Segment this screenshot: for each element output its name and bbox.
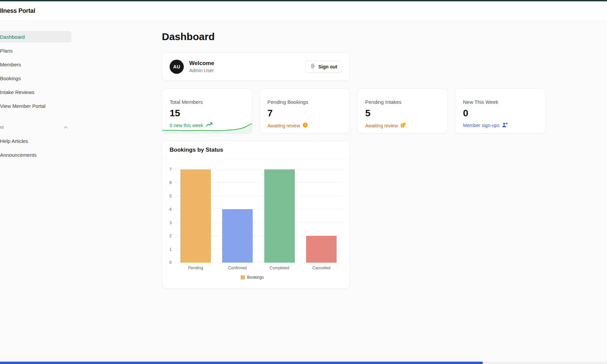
welcome-text: Welcome Admin User (189, 60, 305, 73)
sign-out-button[interactable]: Sign out (305, 61, 342, 73)
documents-icon (400, 122, 406, 129)
sidebar-item-announcements[interactable]: Announcements (0, 148, 71, 162)
x-tick-label: Pending (175, 266, 216, 270)
page-title: Dashboard (162, 31, 546, 42)
bar-slot (175, 170, 216, 263)
sidebar-item-label: View Member Portal (0, 103, 46, 109)
chart-header: Bookings by Status (162, 141, 350, 159)
stat-card-pending-intakes: Pending Intakes 5 Awaiting review (357, 88, 448, 133)
stat-value: 15 (170, 108, 244, 119)
welcome-card: AU Welcome Admin User Sign out (162, 52, 350, 81)
main-content: Dashboard AU Welcome Admin User Sign out… (162, 21, 546, 289)
sidebar-item-label: Help Articles (0, 138, 28, 144)
brand-title: llness Portal (0, 7, 35, 14)
avatar: AU (170, 60, 184, 74)
members-sparkline (162, 122, 252, 133)
sidebar-item-label: Announcements (0, 152, 36, 158)
sidebar-item-members[interactable]: Members (0, 58, 71, 71)
sidebar-item-label: Bookings (0, 75, 21, 81)
sidebar-section-content[interactable]: nt (0, 120, 71, 134)
sidebar-item-bookings[interactable]: Bookings (0, 71, 71, 85)
stats-row: Total Members 15 0 new this week Pending… (162, 88, 546, 133)
bar-completed[interactable] (264, 170, 295, 263)
sidebar-item-plans[interactable]: Plans (0, 44, 71, 58)
bar-pending[interactable] (180, 170, 211, 263)
y-tick-label: 4 (169, 207, 172, 212)
y-tick-label: 5 (169, 194, 172, 199)
legend-label: Bookings (247, 275, 264, 280)
stat-sub-label: Awaiting review (365, 123, 398, 128)
user-plus-icon (502, 122, 508, 128)
stat-sub: Awaiting review (365, 122, 440, 129)
chart-body: 01234567 PendingConfirmedCompletedCancel… (162, 159, 350, 280)
stat-sub-label: Awaiting review (267, 123, 300, 128)
stat-sub: Member sign-ups (463, 122, 538, 128)
stat-label: Total Members (170, 99, 244, 105)
chart-title: Bookings by Status (170, 147, 223, 153)
bar-slot (300, 170, 342, 263)
stat-card-new-this-week: New This Week 0 Member sign-ups (455, 88, 546, 133)
chart-legend: Bookings (162, 275, 342, 280)
chevron-up-icon (63, 126, 68, 129)
y-tick-label: 0 (169, 260, 172, 265)
chart-y-axis: 01234567 (162, 170, 175, 263)
chart-plot (175, 170, 342, 263)
sidebar-item-help-articles[interactable]: Help Articles (0, 134, 71, 148)
y-tick-label: 7 (169, 167, 172, 172)
y-tick-label: 1 (169, 247, 172, 252)
x-tick-label: Cancelled (300, 266, 342, 270)
stat-value: 7 (267, 108, 342, 119)
y-tick-label: 3 (169, 220, 172, 225)
welcome-user-name: Admin User (189, 68, 305, 73)
bar-cancelled[interactable] (306, 236, 337, 263)
sidebar-item-intake-reviews[interactable]: Intake Reviews (0, 85, 71, 99)
sidebar-item-label: Members (0, 62, 21, 67)
stat-value: 5 (365, 108, 440, 119)
legend-swatch (241, 275, 245, 279)
chart-bars (175, 170, 342, 263)
bar-slot (259, 170, 300, 263)
stat-sub: Awaiting review (267, 122, 342, 129)
stat-label: Pending Intakes (365, 99, 440, 105)
chart-area: 01234567 (162, 170, 342, 263)
horizontal-scrollbar[interactable] (0, 362, 607, 364)
sidebar-item-label: Plans (0, 48, 13, 54)
chart-x-axis: PendingConfirmedCompletedCancelled (175, 266, 342, 270)
y-tick-label: 2 (169, 234, 172, 238)
sidebar-item-label: Dashboard (0, 34, 25, 40)
logout-icon (310, 63, 316, 70)
bar-confirmed[interactable] (222, 209, 253, 263)
sidebar-section-label: nt (0, 125, 4, 130)
stat-label: New This Week (463, 99, 538, 105)
stat-label: Pending Bookings (267, 99, 342, 105)
sign-out-label: Sign out (318, 64, 337, 69)
sidebar-item-view-member-portal[interactable]: View Member Portal (0, 99, 71, 113)
app-header: llness Portal (0, 1, 607, 21)
x-tick-label: Completed (259, 266, 300, 270)
stat-value: 0 (463, 108, 538, 119)
bar-slot (216, 170, 258, 263)
stat-card-total-members: Total Members 15 0 new this week (162, 88, 252, 133)
welcome-greeting: Welcome (189, 60, 305, 67)
x-tick-label: Confirmed (216, 266, 258, 270)
sidebar: Dashboard Plans Members Bookings Intake … (0, 21, 71, 162)
stat-card-pending-bookings: Pending Bookings 7 Awaiting review (260, 88, 350, 133)
bookings-chart-card: Bookings by Status 01234567 PendingConfi… (162, 141, 350, 289)
sidebar-item-label: Intake Reviews (0, 89, 34, 95)
clock-icon (302, 122, 308, 129)
y-tick-label: 6 (169, 180, 172, 185)
horizontal-scrollbar-thumb[interactable] (0, 362, 483, 364)
stat-sub-label: Member sign-ups (463, 123, 499, 128)
sidebar-item-dashboard[interactable]: Dashboard (0, 31, 71, 42)
